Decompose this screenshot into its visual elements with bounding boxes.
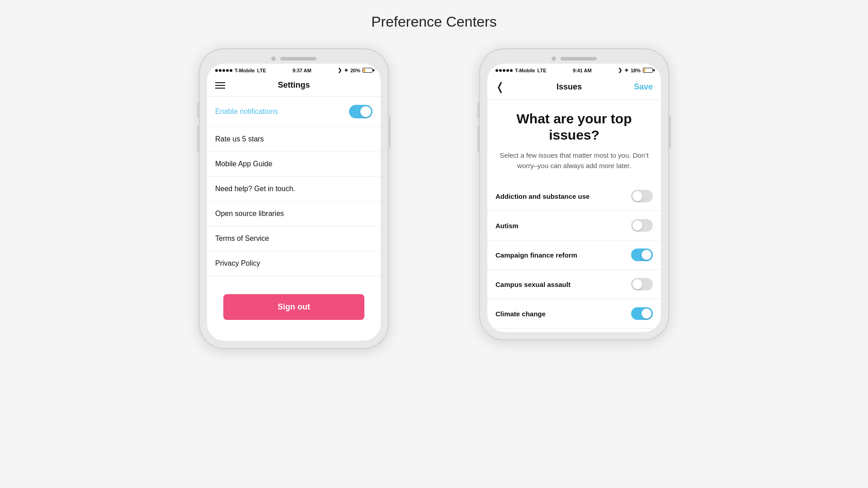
issue-autism[interactable]: Autism <box>487 211 661 240</box>
phone1-status-bar: T-Mobile LTE 9:37 AM ❯ ∗ 20% <box>207 64 381 76</box>
phone1-frame: T-Mobile LTE 9:37 AM ❯ ∗ 20% <box>199 48 389 349</box>
phone2-bluetooth-icon: ∗ <box>624 67 628 73</box>
privacy-policy-label: Privacy Policy <box>215 259 260 267</box>
terms-of-service-label: Terms of Service <box>215 235 269 243</box>
phone2-battery-icon <box>643 68 653 73</box>
issue-campus-label: Campus sexual assault <box>495 281 571 288</box>
issue-campus-toggle[interactable] <box>631 278 653 291</box>
location-icon: ❯ <box>338 67 342 73</box>
need-help-label: Need help? Get in touch. <box>215 185 295 193</box>
save-button[interactable]: Save <box>634 82 653 92</box>
issue-campaign-toggle[interactable] <box>631 249 653 261</box>
phone1-time: 9:37 AM <box>292 68 311 73</box>
settings-title: Settings <box>225 80 363 90</box>
phone1-status-left: T-Mobile LTE <box>215 68 266 73</box>
need-help-item[interactable]: Need help? Get in touch. <box>207 177 381 202</box>
phone2-battery-pct: 18% <box>631 68 641 73</box>
issues-header: ❬ Issues Save <box>487 76 661 100</box>
page-title: Preference Centers <box>371 14 496 30</box>
terms-of-service-item[interactable]: Terms of Service <box>207 226 381 251</box>
issue-climate-toggle[interactable] <box>631 307 653 320</box>
rate-us-item[interactable]: Rate us 5 stars <box>207 127 381 152</box>
issue-addiction-toggle[interactable] <box>631 190 653 202</box>
issues-hero: What are your top issues? Select a few i… <box>487 100 661 178</box>
issue-climate-label: Climate change <box>495 310 546 318</box>
bluetooth-icon: ∗ <box>344 67 348 73</box>
issues-header-title: Issues <box>557 82 582 92</box>
open-source-label: Open source libraries <box>215 210 284 218</box>
enable-notifications-toggle[interactable] <box>349 105 373 118</box>
phone1-screen: T-Mobile LTE 9:37 AM ❯ ∗ 20% <box>207 64 381 341</box>
mobile-app-guide-label: Mobile App Guide <box>215 160 272 168</box>
phone1-battery-pct: 20% <box>350 68 360 73</box>
phone1-carrier: T-Mobile <box>235 68 255 73</box>
phone2-camera <box>552 56 556 61</box>
phone2-location-icon: ❯ <box>618 67 622 73</box>
phone1-status-right: ❯ ∗ 20% <box>338 67 373 73</box>
issues-subtitle: Select a few issues that matter most to … <box>495 150 653 171</box>
issue-autism-toggle[interactable] <box>631 219 653 232</box>
enable-notifications-label: Enable notifications <box>215 108 278 116</box>
phone2-carrier: T-Mobile <box>515 68 535 73</box>
issue-climate[interactable]: Climate change <box>487 299 661 328</box>
phone1-camera <box>271 56 276 61</box>
issues-list: Addiction and substance use Autism Campa… <box>487 178 661 332</box>
phone1-network: LTE <box>257 68 266 73</box>
phone2-time: 9:41 AM <box>573 68 592 73</box>
issue-addiction-label: Addiction and substance use <box>495 192 590 200</box>
phone2-status-right: ❯ ∗ 18% <box>618 67 653 73</box>
back-button[interactable]: ❬ <box>495 80 505 93</box>
phones-container: T-Mobile LTE 9:37 AM ❯ ∗ 20% <box>199 48 669 349</box>
issue-campus[interactable]: Campus sexual assault <box>487 270 661 299</box>
phone2-screen: T-Mobile LTE 9:41 AM ❯ ∗ 18% ❬ Issues Sa… <box>487 64 661 332</box>
issue-campaign-label: Campaign finance reform <box>495 251 577 259</box>
issue-campaign[interactable]: Campaign finance reform <box>487 240 661 270</box>
issue-autism-label: Autism <box>495 222 519 230</box>
phone2-network: LTE <box>538 68 547 73</box>
issues-main-title: What are your top issues? <box>495 111 653 143</box>
phone2-speaker <box>561 57 597 61</box>
rate-us-label: Rate us 5 stars <box>215 135 264 143</box>
mobile-app-guide-item[interactable]: Mobile App Guide <box>207 152 381 177</box>
phone1-battery-icon <box>363 68 373 73</box>
privacy-policy-item[interactable]: Privacy Policy <box>207 251 381 276</box>
phone1-speaker <box>280 57 316 61</box>
issue-addiction[interactable]: Addiction and substance use <box>487 182 661 211</box>
open-source-item[interactable]: Open source libraries <box>207 202 381 226</box>
phone2-frame: T-Mobile LTE 9:41 AM ❯ ∗ 18% ❬ Issues Sa… <box>479 48 669 340</box>
phone2-status-left: T-Mobile LTE <box>495 68 547 73</box>
sign-out-button[interactable]: Sign out <box>223 294 364 320</box>
phone2-status-bar: T-Mobile LTE 9:41 AM ❯ ∗ 18% <box>487 64 661 76</box>
hamburger-menu-icon[interactable] <box>215 82 225 89</box>
settings-header: Settings <box>207 76 381 97</box>
enable-notifications-item[interactable]: Enable notifications <box>207 97 381 127</box>
